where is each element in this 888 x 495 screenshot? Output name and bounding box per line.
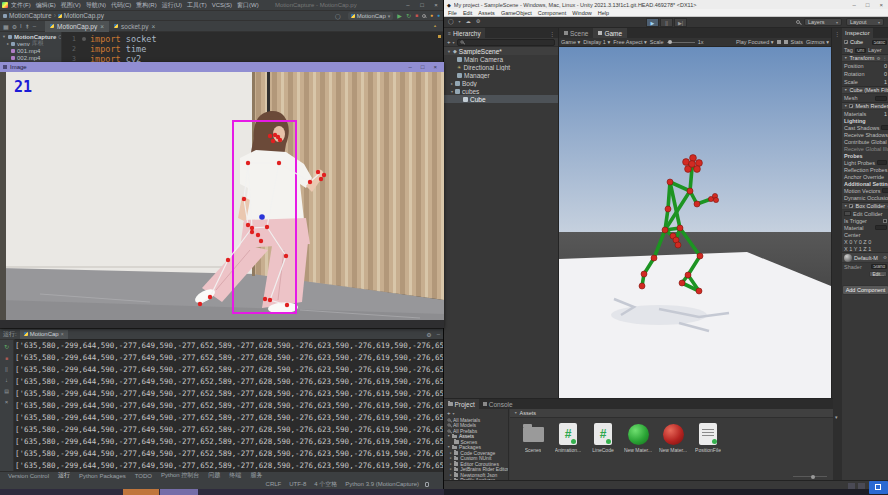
pause-button[interactable]: || — [660, 18, 673, 27]
tab-game[interactable]: Game — [593, 28, 627, 38]
image-window-titlebar[interactable]: Image – □ × — [0, 62, 444, 72]
close-button[interactable]: × — [433, 64, 437, 70]
box-collider-header[interactable]: ▼ ✓ Box Collider ⚙ — [842, 202, 888, 210]
tab-project[interactable]: Project — [444, 399, 479, 409]
breakpoint-dot-icon[interactable] — [82, 37, 86, 41]
scroll-up-icon[interactable]: ↟ — [25, 23, 30, 30]
project-tree-root[interactable]: ▼ MotionCapture C:\Us — [0, 33, 61, 40]
status-encoding[interactable]: UTF-8 — [289, 481, 306, 487]
settings-icon[interactable]: ⚙ — [12, 23, 17, 30]
maximize-button[interactable]: □ — [866, 2, 870, 8]
structure-icon[interactable]: I — [20, 23, 22, 29]
tab-inspector[interactable]: Inspector — [842, 28, 873, 38]
menu-item[interactable]: Window — [572, 10, 592, 16]
search-everywhere-icon[interactable] — [422, 14, 426, 18]
cloud-icon[interactable]: ☁ — [466, 18, 471, 24]
account-icon[interactable]: ◯ — [448, 18, 454, 24]
lighting-subheader[interactable]: Lighting — [842, 117, 888, 124]
menu-item[interactable]: 文件(F) — [11, 1, 31, 10]
transform-row[interactable]: Scale1 — [842, 78, 888, 86]
pause-output-button[interactable]: || — [0, 364, 13, 375]
foldout-icon[interactable]: ▼ — [844, 204, 847, 208]
game-dropdown[interactable]: Game ▾ — [561, 39, 580, 45]
transform-row[interactable]: Rotation0 — [842, 70, 888, 78]
minimize-button[interactable]: – — [853, 2, 856, 8]
close-button[interactable]: × — [429, 2, 443, 8]
clear-output-button[interactable]: × — [0, 397, 13, 408]
foldout-icon[interactable]: ▼ — [844, 104, 847, 108]
is-trigger-row[interactable]: Is Trigger — [842, 217, 888, 224]
asset-item[interactable]: Scenes — [516, 421, 550, 454]
unity-titlebar[interactable]: ◆ My project - SampleScene - Windows, Ma… — [444, 0, 888, 9]
vsync-icon[interactable] — [784, 40, 788, 44]
expand-icon[interactable]: ▾ — [451, 89, 453, 94]
collapse-icon[interactable]: – — [33, 23, 36, 29]
game-viewport-canvas[interactable] — [559, 47, 831, 398]
asset-item[interactable]: New Mater... — [656, 421, 690, 454]
status-interpreter[interactable]: Python 3.9 (MotionCapture) — [345, 481, 419, 487]
hierarchy-item-selected[interactable]: Cube — [444, 95, 558, 103]
probes-subheader[interactable]: Probes — [842, 152, 888, 159]
editor-tab[interactable]: socket.py × — [109, 21, 160, 32]
project-toolwindow-icon[interactable]: ▦ — [3, 23, 9, 30]
expand-icon[interactable]: ▸ — [450, 462, 452, 466]
menu-item[interactable]: 编辑(E) — [36, 1, 56, 10]
more-icon[interactable]: ⋮ — [883, 56, 888, 61]
hierarchy-scene-row[interactable]: ▼ ◆ SampleScene* — [444, 47, 558, 55]
hierarchy-item[interactable]: Manager — [444, 71, 558, 79]
menu-item[interactable]: 运行(U) — [162, 1, 182, 10]
project-tree-item[interactable]: 001.mp4 — [0, 47, 61, 54]
menu-item[interactable]: File — [448, 10, 457, 16]
stop-button[interactable]: ■ — [415, 13, 418, 18]
taskbar-app-active[interactable] — [123, 489, 159, 495]
tray-icon[interactable] — [858, 483, 865, 489]
mesh-renderer-header[interactable]: ▼ ✓ Mesh Renderer ⚙ — [842, 102, 888, 110]
shader-dropdown[interactable]: Stand — [871, 264, 887, 269]
taskbar-app[interactable] — [160, 489, 198, 495]
webcam-frame[interactable] — [0, 72, 444, 328]
services-icon[interactable]: ⚙ — [476, 18, 480, 24]
breadcrumb-project[interactable]: MotionCapture — [9, 12, 52, 19]
console-minimize-icon[interactable]: – — [437, 331, 440, 337]
add-button[interactable]: + — [447, 39, 451, 45]
asset-item[interactable]: PositionFile — [691, 421, 725, 454]
status-indent[interactable]: 4 个空格 — [314, 480, 337, 489]
asset-item[interactable]: # Animation... — [551, 421, 585, 454]
scale-slider[interactable] — [667, 42, 695, 43]
mesh-row[interactable]: Mesh — [842, 94, 888, 102]
search-icon[interactable] — [796, 20, 800, 24]
material-preview-row[interactable]: Default-M ⚙ — [842, 252, 888, 263]
cast-shadows-row[interactable]: Cast Shadows — [842, 124, 888, 131]
project-tree-item[interactable]: ▸ venv 库根 — [0, 40, 61, 47]
expand-icon[interactable]: ▸ — [450, 467, 452, 471]
expand-icon[interactable]: ▸ — [450, 451, 452, 455]
stats-button[interactable]: Stats — [791, 39, 804, 45]
collider-material-row[interactable]: Material — [842, 224, 888, 231]
hierarchy-item[interactable]: ☀ Directional Light — [444, 63, 558, 71]
dynamic-occlusion-row[interactable]: Dynamic Occlusion✓ — [842, 194, 888, 202]
step-button[interactable]: ▶| — [674, 18, 687, 27]
value[interactable]: 0 — [884, 63, 887, 69]
maximize-button[interactable]: □ — [421, 64, 425, 70]
menu-item[interactable]: 工具(T) — [187, 1, 207, 10]
asset-item[interactable]: New Mater... — [621, 421, 655, 454]
contribute-gi-row[interactable]: Contribute Global Illumination — [842, 138, 888, 145]
mute-audio-icon[interactable] — [777, 40, 781, 44]
expand-icon[interactable]: ▼ — [2, 34, 6, 39]
tray-icon[interactable] — [848, 483, 855, 489]
run-button[interactable]: ▶ — [397, 13, 402, 19]
static-dropdown[interactable]: Static — [872, 40, 887, 45]
expand-icon[interactable]: ▼ — [447, 434, 450, 438]
anchor-override-row[interactable]: Anchor Override — [842, 173, 888, 180]
value[interactable]: 1 — [884, 79, 887, 85]
rerun-button[interactable]: ↻ — [0, 342, 13, 353]
menu-item[interactable]: Edit — [463, 10, 472, 16]
status-line-ending[interactable]: CRLF — [266, 481, 282, 487]
expand-icon[interactable]: ▸ — [7, 41, 9, 46]
console-output[interactable]: ['635,580,-299,644,590,-277,649,590,-277… — [15, 339, 443, 471]
assets-breadcrumb[interactable]: ▼ Assets — [510, 409, 833, 418]
transform-row[interactable]: Position0 — [842, 62, 888, 70]
hierarchy-item[interactable]: ▾ cubes — [444, 87, 558, 95]
icon-size-slider[interactable] — [793, 476, 827, 477]
stop-button[interactable]: ■ — [0, 353, 13, 364]
